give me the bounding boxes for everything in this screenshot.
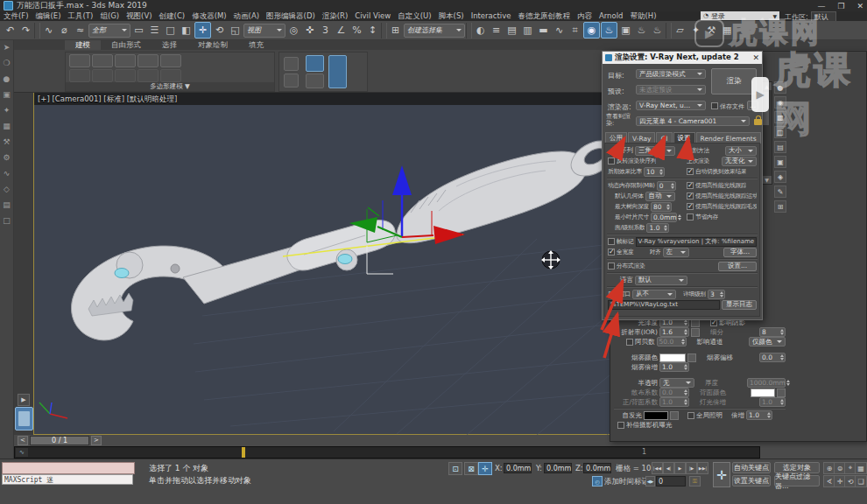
- render-iterative-icon[interactable]: ♨: [650, 23, 665, 38]
- camera-icon[interactable]: ▣: [3, 91, 11, 99]
- sample-sphere-blue-icon[interactable]: ◉: [774, 96, 786, 108]
- ribbon-button[interactable]: [284, 74, 299, 88]
- zoom-extents-all-icon[interactable]: ▦: [855, 462, 867, 474]
- frame-stamp-input[interactable]: V-Ray %vrayversion | 文件: %filename: [636, 237, 758, 247]
- layer-manager-icon[interactable]: ▤: [504, 23, 519, 38]
- select-move-icon[interactable]: ✛: [194, 22, 211, 38]
- unlink-icon[interactable]: ⌀: [57, 23, 72, 38]
- full-width-checkbox[interactable]: [608, 248, 615, 256]
- fog-multiplier-spinner[interactable]: 1.0: [659, 362, 689, 372]
- scroll-up-icon[interactable]: ▲: [762, 82, 772, 90]
- mirror-icon[interactable]: ◐: [473, 23, 488, 38]
- frame-step-icon[interactable]: ◀▶: [645, 476, 655, 486]
- renderer-dropdown[interactable]: V-Ray Next, update 2: [636, 101, 706, 110]
- reverse-sequence-checkbox[interactable]: [608, 158, 615, 164]
- back-color-map-button[interactable]: [777, 388, 786, 397]
- ribbon-tab-填充[interactable]: 填充: [238, 40, 274, 50]
- menu-item[interactable]: 脚本(S): [435, 11, 468, 22]
- current-frame-field[interactable]: 0: [656, 476, 686, 486]
- angle-snap-icon[interactable]: ∠: [334, 23, 349, 38]
- embree-hair-checkbox[interactable]: [687, 203, 694, 210]
- layers-icon[interactable]: ▤: [3, 201, 11, 209]
- lock-icon[interactable]: [754, 119, 762, 125]
- fog-bias-spinner[interactable]: 0.0: [759, 353, 786, 362]
- material-navigator-icon[interactable]: ⊞: [774, 200, 786, 213]
- embree-motion-blur-checkbox[interactable]: [687, 192, 694, 200]
- self-illumination-map-button[interactable]: [670, 411, 679, 420]
- dr-settings-button[interactable]: 设置...: [718, 262, 757, 271]
- dialog-title-bar[interactable]: 渲染设置: V-Ray Next, update 2 ✕: [603, 52, 762, 64]
- scroll-thumb[interactable]: [763, 92, 769, 125]
- distributed-rendering-checkbox[interactable]: [608, 262, 615, 270]
- render-settings-dialog[interactable]: 渲染设置: V-Ray Next, update 2 ✕ 目标: 产品级渲染模式…: [602, 51, 763, 320]
- grid-helper-icon[interactable]: ▦: [3, 122, 11, 130]
- translucency-dropdown[interactable]: 无: [659, 378, 694, 388]
- add-time-tag[interactable]: 添加时间标记: [604, 477, 649, 487]
- pivot-center-icon[interactable]: ◎: [286, 23, 301, 38]
- polygon-modeling-footer[interactable]: 多边形建模 ▼: [66, 82, 274, 91]
- menu-item[interactable]: 图形编辑器(D): [263, 11, 319, 22]
- undo-icon[interactable]: ↶: [3, 23, 18, 38]
- scatter-coeff-spinner[interactable]: 0.0: [659, 388, 689, 397]
- schematic-view-icon[interactable]: ⌗: [567, 23, 582, 38]
- curve-editor-icon[interactable]: ∿: [552, 23, 567, 38]
- next-frame-arrow[interactable]: >: [91, 436, 102, 445]
- scroll-down-icon[interactable]: ▼: [762, 176, 772, 184]
- maximize-button[interactable]: ❐: [837, 2, 844, 10]
- menu-item[interactable]: 渲染(R): [319, 11, 352, 22]
- ribbon-button[interactable]: [137, 69, 159, 82]
- save-file-browse-button[interactable]: ...: [747, 101, 758, 110]
- select-by-name-icon[interactable]: ☰: [147, 23, 162, 38]
- ribbon-button[interactable]: [115, 69, 136, 82]
- sphere-icon[interactable]: ●: [4, 75, 11, 83]
- default-geometry-dropdown[interactable]: 自动: [645, 192, 675, 201]
- x-coordinate-field[interactable]: 0.0mm: [504, 463, 532, 473]
- detail-level-spinner[interactable]: 3: [708, 290, 725, 299]
- render-button[interactable]: 渲染: [711, 68, 757, 94]
- box-icon[interactable]: □: [3, 217, 11, 225]
- thickness-spinner[interactable]: 1000.0mm: [747, 378, 786, 388]
- maximize-viewport-icon[interactable]: ❏: [855, 475, 867, 487]
- asset-icon[interactable]: ✦: [688, 23, 703, 38]
- time-slider-handle[interactable]: 0 / 1: [30, 436, 89, 445]
- justify-dropdown[interactable]: 左: [663, 248, 689, 257]
- auto-switch-checkbox[interactable]: [687, 168, 694, 175]
- ribbon-button[interactable]: [69, 54, 90, 67]
- absolute-mode-icon[interactable]: ✛: [478, 462, 492, 475]
- percent-snap-icon[interactable]: %: [349, 23, 364, 38]
- align-icon[interactable]: ≡: [489, 23, 504, 38]
- gi-checkbox[interactable]: [687, 412, 694, 419]
- menu-item[interactable]: 修改器(M): [188, 11, 229, 22]
- target-dropdown[interactable]: 产品级渲染模式: [636, 69, 706, 79]
- ribbon-button-active[interactable]: [306, 55, 324, 72]
- dynamic-memory-spinner[interactable]: 0: [657, 181, 676, 191]
- fb-coeff-spinner[interactable]: 1.0: [659, 397, 689, 407]
- isolate-selection-icon[interactable]: ⊡: [448, 462, 462, 475]
- menu-item[interactable]: 自定义(U): [394, 11, 434, 22]
- material-editor-icon[interactable]: ◉: [583, 22, 600, 38]
- diamond-icon[interactable]: ◇: [4, 186, 10, 193]
- subdivs-spinner[interactable]: 8: [759, 327, 786, 337]
- conserve-memory-checkbox[interactable]: [687, 214, 694, 220]
- rendered-frame-icon[interactable]: ▣: [618, 23, 633, 38]
- ior-spinner[interactable]: 1.6: [659, 327, 689, 337]
- play-button[interactable]: ▶: [674, 462, 686, 474]
- ribbon-tab-自由形式[interactable]: 自由形式: [101, 40, 152, 50]
- embree-checkbox[interactable]: [687, 182, 694, 189]
- snap-toggle-icon[interactable]: 3: [318, 23, 333, 38]
- select-object-icon[interactable]: ▭: [131, 23, 146, 38]
- key-filters-button[interactable]: 关键点过滤器...: [774, 475, 820, 486]
- sample-background-icon[interactable]: ▩: [774, 111, 786, 123]
- rect-region-icon[interactable]: □: [163, 23, 178, 38]
- ribbon-button[interactable]: [92, 54, 113, 67]
- ribbon-tab-对象绘制[interactable]: 对象绘制: [187, 40, 238, 50]
- affect-channels-dropdown[interactable]: 仅颜色: [749, 337, 786, 346]
- redo-icon[interactable]: ↷: [18, 23, 33, 38]
- back-color-swatch[interactable]: [751, 388, 775, 397]
- menu-item[interactable]: 内容: [574, 11, 596, 22]
- big-move-pad-icon[interactable]: ✛: [713, 462, 730, 487]
- spinner-snap-icon[interactable]: ↕: [365, 23, 380, 38]
- font-button[interactable]: 字体...: [723, 248, 757, 257]
- select-link-icon[interactable]: ∿: [41, 23, 56, 38]
- fog-map-button[interactable]: [687, 354, 696, 362]
